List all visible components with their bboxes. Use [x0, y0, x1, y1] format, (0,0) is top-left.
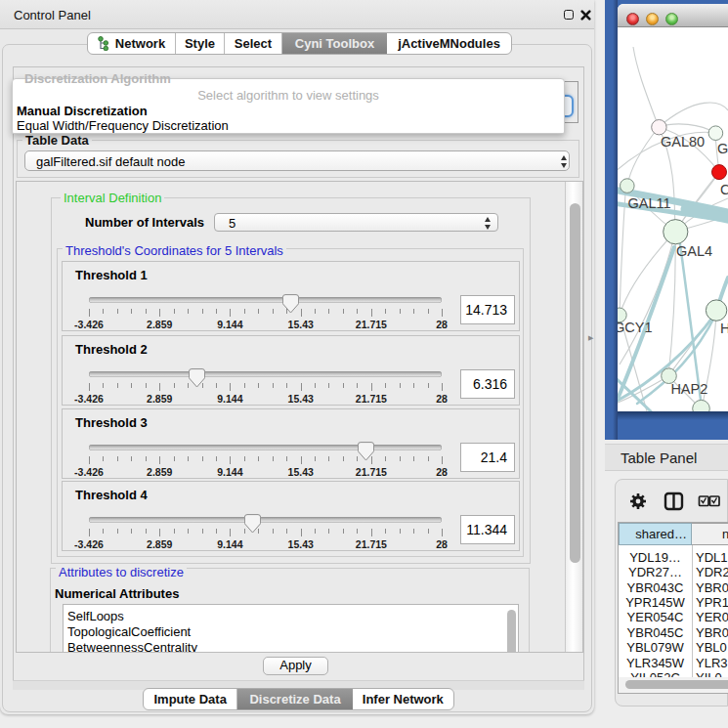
svg-text:GAL80: GAL80 — [661, 134, 705, 150]
svg-text:GAL11: GAL11 — [628, 195, 671, 211]
svg-text:GA: GA — [717, 141, 728, 156]
svg-text:C: C — [720, 182, 728, 197]
svg-text:GAL4: GAL4 — [676, 243, 712, 259]
svg-text:H: H — [720, 321, 728, 336]
svg-text:GCY1: GCY1 — [618, 320, 653, 335]
svg-text:HAP2: HAP2 — [670, 381, 707, 397]
